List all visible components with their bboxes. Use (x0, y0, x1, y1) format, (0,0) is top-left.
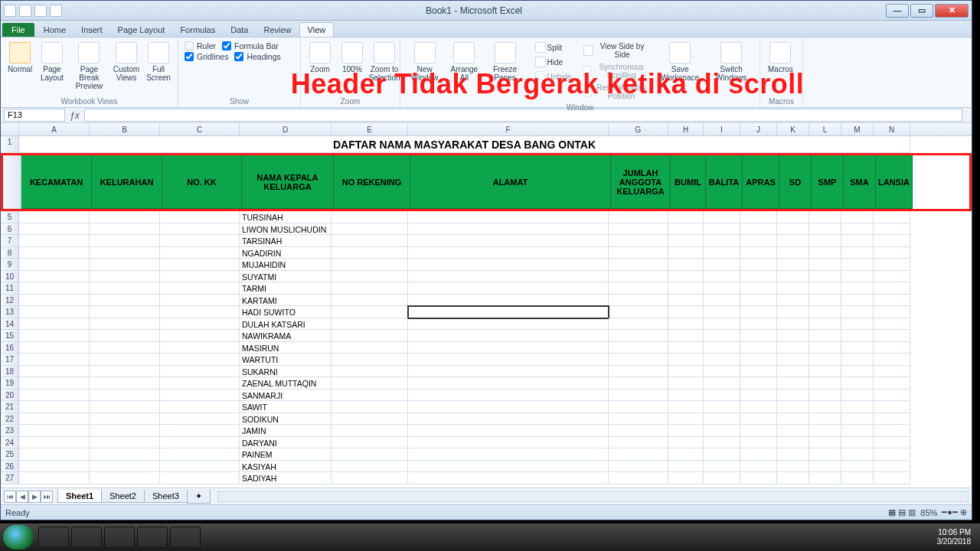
cell[interactable] (160, 342, 240, 354)
cell[interactable]: TURSINAH (240, 211, 332, 223)
cell[interactable] (19, 413, 90, 425)
cell[interactable] (740, 282, 777, 295)
cell[interactable] (740, 366, 777, 378)
cell[interactable] (332, 448, 408, 461)
cell[interactable] (704, 413, 740, 425)
cell[interactable] (160, 366, 240, 378)
cell[interactable] (777, 330, 809, 342)
close-button[interactable]: ✕ (935, 4, 969, 18)
taskbar-excel-icon[interactable] (104, 527, 135, 548)
col-header-M[interactable]: M (841, 123, 874, 135)
cell[interactable] (740, 377, 777, 390)
cell[interactable] (19, 448, 90, 461)
cell[interactable] (777, 342, 809, 354)
cell[interactable] (704, 437, 740, 449)
cell[interactable] (609, 425, 668, 437)
cell[interactable] (160, 259, 240, 271)
cell[interactable] (809, 330, 841, 342)
table-header-cell[interactable]: NO REKENING (334, 155, 410, 209)
row-header[interactable]: 21 (1, 401, 19, 413)
cell[interactable] (874, 247, 910, 259)
cell[interactable] (841, 472, 874, 484)
cell[interactable] (332, 271, 408, 283)
cell[interactable] (408, 318, 609, 331)
cell[interactable] (19, 211, 90, 223)
cell[interactable] (332, 223, 408, 236)
sheet-nav[interactable]: ⏮◀▶⏭ (4, 491, 53, 503)
col-header-H[interactable]: H (668, 123, 704, 135)
cell[interactable] (19, 342, 90, 354)
redo-icon[interactable] (50, 5, 62, 17)
cell[interactable] (332, 461, 408, 473)
cell[interactable]: JAMIN (240, 425, 332, 437)
cell[interactable] (90, 259, 160, 271)
cell[interactable] (19, 377, 90, 390)
cell[interactable] (841, 259, 874, 271)
row-header[interactable]: 10 (1, 271, 19, 283)
cell[interactable] (740, 448, 777, 461)
cell[interactable]: DARYANI (240, 437, 332, 449)
cell[interactable]: HADI SUWITO (240, 306, 332, 318)
cell[interactable] (19, 472, 90, 484)
fx-icon[interactable]: ƒx (70, 110, 80, 121)
cell[interactable] (332, 295, 408, 307)
sheet-tab-2[interactable]: Sheet2 (101, 490, 145, 503)
cell[interactable] (19, 390, 90, 402)
hide-button[interactable]: Hide (532, 55, 575, 69)
cell[interactable] (408, 295, 609, 307)
cell[interactable] (777, 211, 809, 223)
taskbar-chrome-icon[interactable] (137, 527, 168, 548)
cell[interactable] (809, 354, 841, 366)
sheet-tab-1[interactable]: Sheet1 (57, 490, 102, 503)
cell[interactable] (777, 354, 809, 366)
cell[interactable] (609, 282, 668, 295)
cell[interactable] (160, 401, 240, 413)
row-header[interactable]: 5 (1, 211, 19, 223)
row-header[interactable]: 14 (1, 318, 19, 331)
cell[interactable] (777, 401, 809, 413)
col-header-A[interactable]: A (19, 123, 90, 135)
full-screen-button[interactable]: Full Screen (144, 41, 173, 92)
col-header-F[interactable]: F (408, 123, 609, 135)
cell[interactable] (332, 390, 408, 402)
cell[interactable] (332, 437, 408, 449)
cell[interactable]: SODIKUN (240, 413, 332, 425)
cell[interactable] (740, 342, 777, 354)
cell[interactable] (809, 259, 841, 271)
cell[interactable] (90, 448, 160, 461)
cell[interactable] (740, 247, 777, 259)
tab-view[interactable]: View (299, 22, 335, 37)
cell[interactable] (809, 472, 841, 484)
cell[interactable] (160, 448, 240, 461)
cell[interactable]: NGADIRIN (240, 247, 332, 259)
cell[interactable] (332, 472, 408, 484)
cell[interactable] (704, 223, 740, 236)
cell[interactable] (90, 377, 160, 390)
cell[interactable] (408, 223, 609, 236)
cell[interactable] (704, 211, 740, 223)
table-header-cell[interactable]: LANSIA (876, 155, 913, 209)
reset-window-button[interactable]: Reset Window Position (580, 82, 652, 102)
spreadsheet-grid[interactable]: ABCDEFGHIJKLMN 1DAFTAR NAMA MASYARAKAT D… (1, 123, 972, 487)
row-header[interactable]: 16 (1, 342, 19, 354)
cell[interactable] (160, 413, 240, 425)
cell[interactable] (19, 461, 90, 473)
cell[interactable] (809, 413, 841, 425)
cell[interactable] (160, 377, 240, 390)
cell[interactable] (704, 390, 740, 402)
row-header[interactable]: 11 (1, 282, 19, 295)
cell[interactable] (160, 223, 240, 236)
cell[interactable] (740, 223, 777, 236)
cell[interactable] (777, 448, 809, 461)
cell[interactable] (609, 211, 668, 223)
cell[interactable] (90, 425, 160, 437)
cell[interactable] (90, 306, 160, 318)
undo-icon[interactable] (34, 5, 47, 17)
cell[interactable] (777, 390, 809, 402)
cell[interactable] (740, 306, 777, 318)
cell[interactable] (609, 448, 668, 461)
cell[interactable] (809, 306, 841, 318)
tab-review[interactable]: Review (256, 23, 299, 37)
cell[interactable] (408, 366, 609, 378)
cell[interactable] (841, 271, 874, 283)
